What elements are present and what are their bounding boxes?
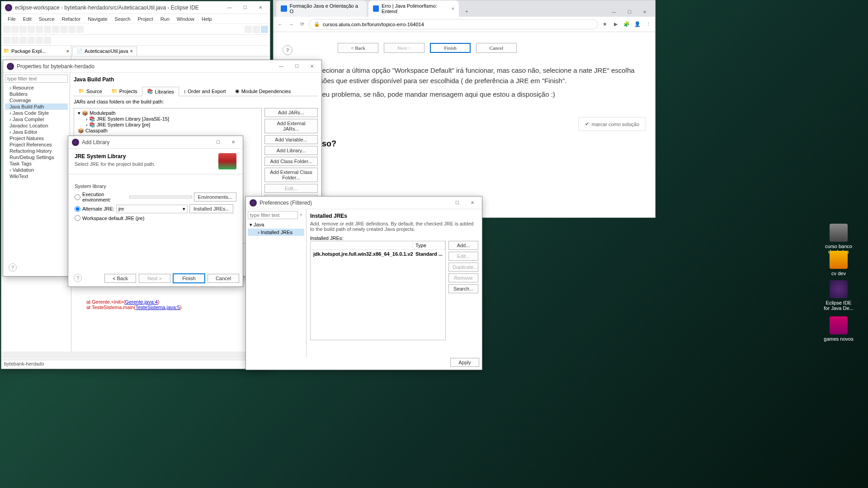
menu-icon[interactable]: ⋮ [644,20,652,28]
close-icon[interactable]: ✕ [304,61,320,71]
menu-refactor[interactable]: Refactor [58,15,85,23]
toolbar-icon[interactable] [3,37,10,44]
sidebar-item[interactable]: Builders [5,91,68,97]
sidebar-item[interactable]: › Validation [5,167,68,173]
toolbar-icon[interactable] [28,37,35,44]
minimize-icon[interactable]: — [274,61,289,71]
search-icon[interactable] [245,26,252,33]
wizard-back-button[interactable]: < Back [338,43,378,53]
maximize-icon[interactable]: ☐ [210,137,226,147]
sidebar-item[interactable]: Javadoc Location [5,122,68,129]
clear-icon[interactable]: × [298,211,304,221]
sidebar-item[interactable]: Task Tags [5,160,68,167]
menu-source[interactable]: Source [35,15,58,23]
editor-tab[interactable]: 📄AuteticacaoUtil.java× [72,47,137,56]
sidebar-item-selected[interactable]: Java Build Path [5,103,68,110]
jre-table[interactable]: Type jdk.hotspot.jre.full.win32.x86_64_1… [310,241,446,340]
sidebar-item[interactable]: › Resource [5,84,68,91]
reload-icon[interactable]: ⟳ [298,20,306,28]
scrollbar[interactable] [2,352,269,359]
add-jars-button[interactable]: Add JARs... [264,108,318,117]
add-external-jars-button[interactable]: Add External JARs... [264,119,318,133]
add-variable-button[interactable]: Add Variable... [264,135,318,144]
wizard-cancel-button[interactable]: Cancel [476,43,517,53]
table-row[interactable]: jdk.hotspot.jre.full.win32.x86_64_16.0.1… [311,250,445,258]
new-tab-button[interactable]: + [461,6,472,17]
help-icon[interactable]: ? [74,274,82,282]
extensions-icon[interactable]: 🧩 [623,20,631,28]
add-external-class-folder-button[interactable]: Add External Class Folder... [264,168,318,182]
toolbar-icon[interactable] [19,37,27,44]
desktop-icon-games[interactable]: games novos [823,316,854,342]
toolbar-icon[interactable] [52,26,59,33]
back-button[interactable]: < Back [104,274,136,283]
toolbar-icon[interactable] [76,26,84,33]
mark-solution-button[interactable]: ✔marcar como solução [578,117,646,131]
minimize-icon[interactable]: — [606,7,622,17]
tree-node-java[interactable]: ▾ Java [248,221,304,229]
exec-env-combo[interactable] [129,196,192,198]
help-icon[interactable]: ? [9,263,17,272]
alternate-jre-radio[interactable] [75,206,80,212]
menu-project[interactable]: Project [134,15,156,23]
sidebar-item[interactable]: Run/Debug Settings [5,154,68,160]
browser-tab-1[interactable]: Formação Java e Orientação a O [276,0,367,17]
toolbar-icon[interactable] [11,26,19,33]
browser-tab-2[interactable]: Erro | Java Polimorfismo: Entend× [368,0,459,17]
maximize-icon[interactable]: ☐ [289,61,304,71]
exec-env-radio[interactable] [75,194,80,200]
toolbar-icon[interactable] [44,26,51,33]
desktop-icon-cv[interactable]: cv dev [823,251,854,276]
tab-source[interactable]: 📁 Source [74,86,107,96]
wizard-finish-button[interactable]: Finish [430,43,471,53]
maximize-icon[interactable]: ☐ [237,3,253,13]
close-icon[interactable]: × [66,48,69,54]
toolbar-icon[interactable] [3,26,10,33]
close-icon[interactable]: ✕ [253,3,268,13]
sidebar-item[interactable]: WikiText [5,173,68,179]
omnibox[interactable]: 🔒cursos.alura.com.br/forum/topico-erro-1… [309,19,598,29]
close-icon[interactable]: × [130,48,133,54]
search-button[interactable]: Search... [448,284,478,293]
extension-icon[interactable]: ▶ [612,20,620,28]
sidebar-item[interactable]: Project References [5,141,68,148]
maximize-icon[interactable]: ☐ [449,198,465,208]
sidebar-item[interactable]: Coverage [5,97,68,103]
perspective-icon[interactable] [253,26,260,33]
filter-input[interactable] [5,75,68,83]
toolbar-icon[interactable] [28,26,35,33]
workspace-default-radio[interactable] [75,215,80,221]
close-icon[interactable]: ✕ [465,198,480,208]
extension-icon[interactable]: ★ [601,20,609,28]
sidebar-item[interactable]: › Java Editor [5,129,68,135]
menu-run[interactable]: Run [157,15,173,23]
sidebar-item[interactable]: Refactoring History [5,148,68,154]
close-icon[interactable]: × [452,6,454,11]
minimize-icon[interactable]: — [222,3,237,13]
apply-button[interactable]: Apply [450,358,479,367]
stacktrace-link[interactable]: TesteSistema.java:5 [136,305,180,310]
add-library-button[interactable]: Add Library... [264,146,318,155]
toolbar-icon[interactable] [60,26,67,33]
perspective-icon[interactable] [261,26,268,33]
avatar-icon[interactable]: 👤 [633,20,642,28]
forward-icon[interactable]: → [287,20,295,28]
tab-modules[interactable]: ◉ Module Dependencies [231,86,295,96]
menu-help[interactable]: Help [198,15,216,23]
tab-libraries[interactable]: 📚 Libraries [142,87,179,96]
menu-edit[interactable]: Edit [19,15,35,23]
finish-button[interactable]: Finish [173,274,205,283]
menu-navigate[interactable]: Navigate [84,15,111,23]
tab-order[interactable]: ↕ Order and Export [179,86,231,96]
add-button[interactable]: Add... [448,241,478,250]
sidebar-item[interactable]: › Java Compiler [5,116,68,122]
sidebar-item[interactable]: › Java Code Style [5,110,68,116]
desktop-icon-db[interactable]: curso banco de dados [823,224,854,254]
toolbar-icon[interactable] [68,26,75,33]
desktop-icon-eclipse[interactable]: Eclipse IDE for Java De... [823,280,854,311]
stacktrace-link[interactable]: Gerente.java:4 [125,299,158,305]
toolbar-icon[interactable] [19,26,27,33]
add-class-folder-button[interactable]: Add Class Folder... [264,157,318,166]
toolbar-icon[interactable] [44,37,51,44]
back-icon[interactable]: ← [276,20,284,28]
